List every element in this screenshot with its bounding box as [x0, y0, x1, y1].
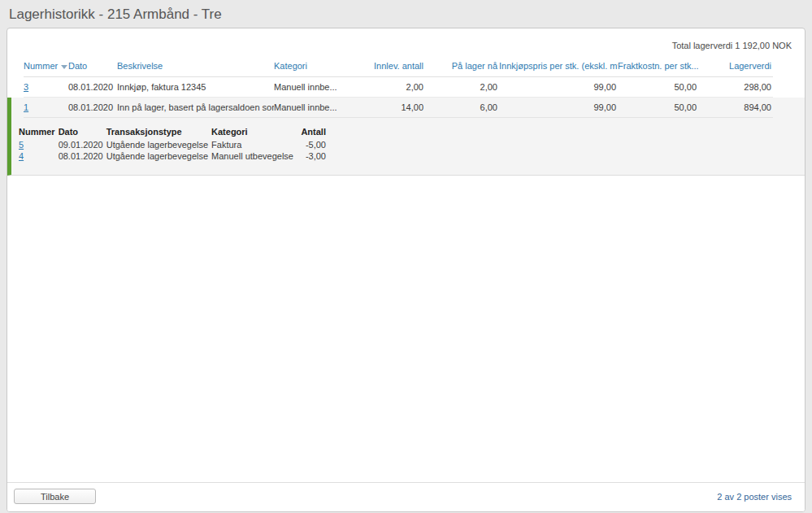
cell-fraktkostn: 50,00 [618, 98, 698, 118]
subcell-antall: -3,00 [297, 150, 329, 162]
cell-pa-lager-na: 2,00 [425, 77, 499, 98]
total-inventory-value: Total lagerverdi 1 192,00 NOK [7, 28, 805, 58]
table-row[interactable]: 3 08.01.2020 Innkjøp, faktura 12345 Manu… [24, 77, 773, 98]
subtable-header-row: Nummer Dato Transaksjonstype Kategori An… [19, 124, 329, 139]
expanded-row-table: 1 08.01.2020 Inn på lager, basert på lag… [24, 98, 773, 118]
row-number-link[interactable]: 1 [24, 102, 28, 112]
subrow-number-link[interactable]: 4 [19, 151, 24, 161]
cell-innkjopspris: 99,00 [499, 98, 618, 118]
cell-innkjopspris: 99,00 [499, 77, 618, 98]
empty-table-area [7, 176, 805, 482]
expanded-row-section: 1 08.01.2020 Inn på lager, basert på lag… [7, 98, 805, 176]
cell-pa-lager-na: 6,00 [425, 98, 499, 118]
subtable-row: 4 08.01.2020 Utgående lagerbevegelse Man… [19, 150, 329, 162]
subrow-number-link[interactable]: 5 [19, 140, 24, 150]
table-header-row: Nummer Dato Beskrivelse Kategori Innlev.… [24, 58, 773, 77]
inventory-history-panel: Total lagerverdi 1 192,00 NOK Nummer Dat… [7, 28, 805, 512]
subcell-antall: -5,00 [297, 139, 329, 150]
subtable-row: 5 09.01.2020 Utgående lagerbevegelse Fak… [19, 139, 329, 150]
subcolumn-header-kategori: Kategori [211, 124, 297, 139]
column-header-innlev-antall[interactable]: Innlev. antall [355, 58, 425, 77]
sort-chevron-down-icon [61, 65, 67, 69]
cell-lagerverdi: 298,00 [698, 77, 773, 98]
subcolumn-header-dato: Dato [59, 124, 106, 139]
subcolumn-header-antall: Antall [297, 124, 329, 139]
back-button[interactable]: Tilbake [14, 489, 96, 504]
column-header-fraktkostn[interactable]: Fraktkostn. per stk... [618, 58, 698, 77]
row-number-link[interactable]: 3 [24, 82, 28, 92]
cell-lagerverdi: 894,00 [698, 98, 773, 118]
cell-beskrivelse: Inn på lager, basert på lagersaldoen som… [117, 98, 274, 118]
records-count-info: 2 av 2 poster vises [717, 492, 792, 502]
subcell-transaksjonstype: Utgående lagerbevegelse [106, 150, 211, 162]
subcell-kategori: Faktura [211, 139, 297, 150]
subcell-dato: 09.01.2020 [59, 139, 106, 150]
column-header-beskrivelse[interactable]: Beskrivelse [117, 58, 274, 77]
cell-innlev-antall: 14,00 [355, 98, 425, 118]
cell-beskrivelse: Innkjøp, faktura 12345 [117, 77, 274, 98]
transactions-subtable: Nummer Dato Transaksjonstype Kategori An… [19, 124, 329, 162]
table-row[interactable]: 1 08.01.2020 Inn på lager, basert på lag… [24, 98, 773, 118]
column-header-innkjopspris[interactable]: Innkjøpspris per stk. (ekskl. mva) [499, 58, 618, 77]
page-title: Lagerhistorikk - 215 Armbånd - Tre [0, 0, 812, 28]
cell-kategori: Manuell innbe... [274, 98, 355, 118]
panel-footer: Tilbake 2 av 2 poster vises [7, 482, 805, 511]
subcell-kategori: Manuell utbevegelse [211, 150, 297, 162]
subcolumn-header-nummer: Nummer [19, 124, 59, 139]
subcell-dato: 08.01.2020 [59, 150, 106, 162]
cell-kategori: Manuell innbe... [274, 77, 355, 98]
cell-fraktkostn: 50,00 [618, 77, 698, 98]
cell-dato: 08.01.2020 [68, 98, 117, 118]
column-header-label: Nummer [24, 61, 58, 71]
cell-dato: 08.01.2020 [68, 77, 117, 98]
column-header-lagerverdi[interactable]: Lagerverdi [698, 58, 773, 77]
inventory-table: Nummer Dato Beskrivelse Kategori Innlev.… [24, 58, 773, 98]
column-header-dato[interactable]: Dato [68, 58, 117, 77]
column-header-kategori[interactable]: Kategori [274, 58, 355, 77]
cell-innlev-antall: 2,00 [355, 77, 425, 98]
column-header-pa-lager-na[interactable]: På lager nå [425, 58, 499, 77]
column-header-nummer[interactable]: Nummer [24, 58, 68, 77]
subcell-transaksjonstype: Utgående lagerbevegelse [106, 139, 211, 150]
subcolumn-header-transaksjonstype: Transaksjonstype [106, 124, 211, 139]
